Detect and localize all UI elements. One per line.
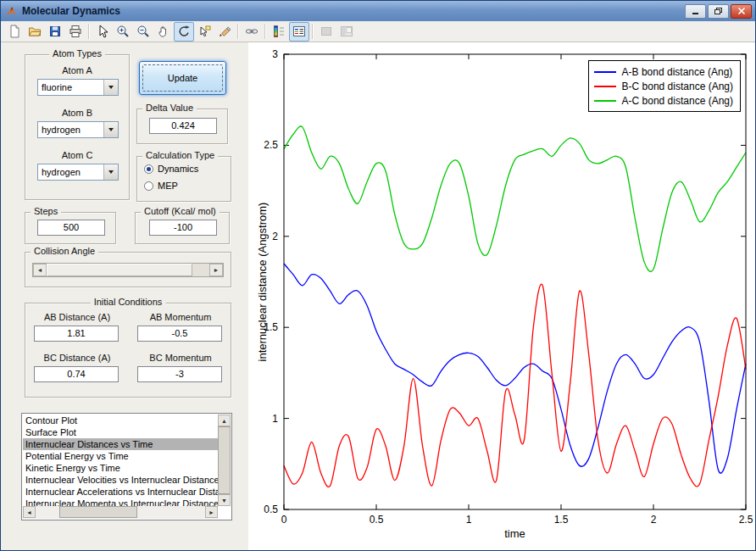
toolbar-separator [237, 24, 239, 39]
scroll-left-icon[interactable]: ◄ [23, 506, 36, 518]
toolbar-separator [264, 24, 266, 39]
list-item-selected[interactable]: Internuclear Distances vs Time [23, 438, 218, 450]
scroll-right-icon[interactable]: ► [205, 506, 218, 518]
bc-momentum-label: BC Momentum [134, 353, 227, 363]
rotate-3d-icon[interactable] [174, 22, 194, 42]
edit-plot-icon[interactable] [92, 22, 113, 42]
list-item[interactable]: Contour Plot [23, 415, 218, 426]
calculation-type-panel: Calculation Type Dynamics MEP [136, 156, 231, 202]
list-item[interactable]: Potential Energy vs Time [23, 450, 218, 462]
legend-entry: B-C bond distance (Ang) [594, 79, 733, 93]
cutoff-title: Cutoff (Kcal/ mol) [141, 206, 220, 216]
atom-c-select[interactable]: hydrogen [37, 164, 119, 181]
legend-entry: A-B bond distance (Ang) [594, 64, 733, 79]
radio-selected-icon [144, 164, 153, 174]
calculation-type-title: Calculation Type [142, 150, 218, 160]
list-item[interactable]: Internuclear Momenta vs Internuclear Dis… [23, 498, 218, 506]
legend-line-blue [594, 71, 616, 73]
open-file-icon[interactable] [25, 22, 45, 42]
scroll-down-icon[interactable]: ▼ [218, 494, 231, 506]
collision-angle-title: Collision Angle [31, 246, 98, 256]
controls-panel: Atom Types Atom A fluorine Atom B hydrog… [1, 42, 248, 550]
legend-label: A-C bond distance (Ang) [622, 95, 733, 107]
ab-momentum-field[interactable]: -0.5 [137, 326, 222, 342]
focus-ring [142, 64, 223, 92]
atom-a-select[interactable]: fluorine [37, 79, 119, 96]
minimize-button[interactable] [685, 4, 706, 19]
vertical-scroll-thumb[interactable] [218, 426, 231, 494]
atom-b-select[interactable]: hydrogen [37, 121, 119, 138]
link-plot-icon[interactable] [242, 22, 262, 42]
data-cursor-icon[interactable] [194, 22, 214, 42]
brush-data-icon[interactable] [214, 22, 235, 42]
collision-angle-slider[interactable]: ◄ ► [32, 263, 224, 277]
delta-value-field[interactable]: 0.424 [149, 118, 217, 134]
bc-distance-field[interactable]: 0.74 [34, 366, 119, 382]
pan-icon[interactable] [153, 22, 174, 42]
legend-line-green [594, 100, 616, 102]
show-plot-tools-icon[interactable] [336, 22, 357, 42]
insert-legend-icon[interactable] [289, 22, 309, 42]
insert-colorbar-icon[interactable] [269, 22, 289, 42]
svg-text:1.5: 1.5 [554, 514, 569, 526]
atom-types-title: Atom Types [49, 48, 105, 58]
plot-type-listbox[interactable]: Contour Plot Surface Plot Internuclear D… [21, 413, 232, 520]
radio-dynamics[interactable]: Dynamics [144, 164, 198, 174]
slider-right-arrow-icon[interactable]: ► [209, 264, 223, 276]
radio-dynamics-label: Dynamics [158, 164, 198, 174]
svg-text:0.5: 0.5 [370, 514, 384, 526]
list-item[interactable]: Internuclear Velocities vs Internuclear … [23, 474, 218, 486]
legend-entry: A-C bond distance (Ang) [594, 93, 733, 108]
zoom-out-icon[interactable] [133, 22, 153, 42]
update-button[interactable]: Update [139, 61, 226, 95]
steps-field[interactable]: 500 [37, 220, 105, 236]
scroll-up-icon[interactable]: ▲ [218, 415, 231, 426]
cutoff-panel: Cutoff (Kcal/ mol) -100 [135, 212, 230, 244]
atom-b-value: hydrogen [38, 122, 103, 137]
y-axis-label: internuclear distance (Angstrom) [256, 53, 269, 511]
cutoff-field[interactable]: -100 [149, 220, 217, 236]
list-item[interactable]: Surface Plot [23, 426, 218, 438]
horizontal-scroll-thumb[interactable] [59, 506, 137, 518]
chevron-down-icon [103, 164, 118, 180]
initial-conditions-panel: Initial Conditions AB Distance (A) 1.81 … [25, 303, 231, 398]
matlab-figure-icon [4, 4, 18, 18]
ab-distance-field[interactable]: 1.81 [34, 326, 119, 342]
atom-a-value: fluorine [38, 80, 103, 95]
zoom-in-icon[interactable] [113, 22, 133, 42]
horizontal-scrollbar[interactable]: ◄ ► [23, 506, 218, 519]
save-figure-icon[interactable] [45, 22, 65, 42]
toolbar-separator [88, 24, 90, 39]
legend-label: B-C bond distance (Ang) [622, 81, 733, 92]
list-item[interactable]: Internuclear Accelerations vs Internucle… [23, 486, 218, 498]
restore-button[interactable] [708, 4, 729, 19]
app-window: Molecular Dynamics [0, 0, 756, 551]
plot-legend[interactable]: A-B bond distance (Ang) B-C bond distanc… [588, 60, 741, 112]
slider-left-arrow-icon[interactable]: ◄ [33, 264, 47, 276]
radio-mep[interactable]: MEP [144, 181, 178, 191]
figure-content: Atom Types Atom A fluorine Atom B hydrog… [1, 42, 755, 550]
titlebar[interactable]: Molecular Dynamics [1, 1, 755, 21]
bc-distance-label: BC Distance (A) [31, 353, 124, 363]
bc-momentum-field[interactable]: -3 [137, 366, 222, 382]
legend-line-red [594, 86, 616, 87]
slider-thumb[interactable] [47, 264, 192, 276]
new-figure-icon[interactable] [4, 22, 25, 42]
delta-value-title: Delta Value [142, 103, 197, 113]
vertical-scrollbar[interactable]: ▲ ▼ [218, 415, 231, 506]
atom-c-value: hydrogen [38, 164, 103, 180]
plot-type-list: Contour Plot Surface Plot Internuclear D… [23, 415, 218, 506]
hide-plot-tools-icon[interactable] [316, 22, 336, 42]
atom-a-label: Atom A [25, 65, 129, 75]
list-item[interactable]: Kinetic Energy vs Time [23, 462, 218, 474]
legend-label: A-B bond distance (Ang) [622, 66, 733, 78]
atom-types-panel: Atom Types Atom A fluorine Atom B hydrog… [25, 54, 130, 200]
chart-canvas[interactable]: 00.511.522.50.511.522.53 [248, 42, 756, 550]
slider-track[interactable] [47, 264, 209, 276]
chevron-down-icon [103, 122, 118, 137]
svg-text:2: 2 [651, 514, 657, 526]
svg-text:2.5: 2.5 [739, 514, 753, 526]
print-figure-icon[interactable] [65, 22, 86, 42]
close-button[interactable] [731, 4, 752, 19]
initial-conditions-title: Initial Conditions [91, 297, 166, 307]
